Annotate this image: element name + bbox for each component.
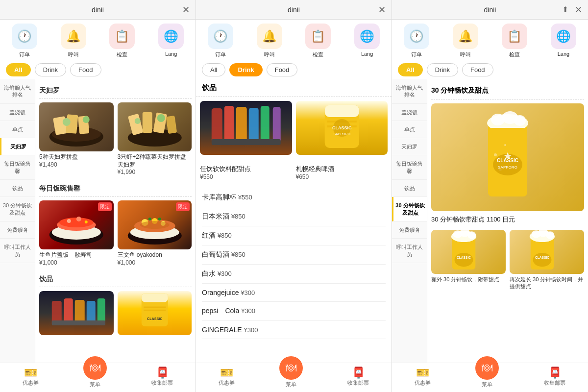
nav-bell-1[interactable]: 🔔 呼叫 (61, 24, 86, 58)
sidebar-item-daily-1[interactable]: 每日饭碗售馨 (0, 155, 35, 180)
svg-text:SAPPORO: SAPPORO (498, 165, 517, 170)
food-item-oyakodon-1[interactable]: 限定 三文鱼 oyakodon ¥1,000 (118, 200, 192, 266)
sidebar-item-staff-3[interactable]: 呼叫工作人员 (392, 239, 427, 263)
lang-icon-3: 🌐 (551, 24, 576, 49)
promo-sub-item-1[interactable]: CLASSIC 额外 30 分钟畅饮，附带甜点 (431, 230, 506, 290)
drink-list-oj-2[interactable]: Orangejuice ¥300 (202, 284, 386, 302)
bottom-menu-2[interactable]: 🍽 菜单 (279, 366, 303, 388)
filter-drink-2[interactable]: Drink (229, 63, 262, 76)
sidebar-3: 海鲜腕人气排名 盖浇饭 单点 天妇罗 每日饭碗售馨 饮品 30 分钟畅饮及甜点 … (392, 79, 427, 363)
bottom-menu-3[interactable]: 🍽 菜单 (475, 366, 499, 388)
coupon-icon-1: 🎫 (24, 368, 37, 378)
drink-list-redwine-2[interactable]: 红酒 ¥850 (202, 226, 386, 245)
drink-img-1 (39, 291, 114, 335)
filter-food-3[interactable]: Food (462, 63, 493, 76)
filter-all-3[interactable]: All (398, 63, 423, 76)
bottom-stamp-2[interactable]: 📮 收集邮票 (347, 368, 369, 387)
filter-all-1[interactable]: All (6, 63, 31, 76)
beer-preview-1[interactable]: CLASSIC (118, 291, 192, 335)
share-button-3[interactable]: ⬆ (562, 5, 568, 14)
drink-list-kakku-2[interactable]: 卡库高脚杯 ¥550 (202, 188, 386, 207)
sidebar-item-seafood-1[interactable]: 海鲜腕人气排名 (0, 79, 35, 104)
nav-lang-2[interactable]: 🌐 Lang (354, 24, 380, 58)
filter-food-1[interactable]: Food (70, 63, 101, 76)
check-icon-2: 📋 (305, 24, 331, 49)
bottom-coupon-1[interactable]: 🎫 优惠券 (23, 368, 39, 387)
drink-price-beer-2: ¥650 (296, 173, 388, 180)
close-button-3[interactable]: ✕ (575, 5, 582, 14)
bottom-stamp-3[interactable]: 📮 收集邮票 (544, 368, 565, 387)
sidebar-item-drinks-3[interactable]: 饮品 (392, 180, 427, 197)
nav-bell-3[interactable]: 🔔 呼叫 (453, 24, 478, 58)
drink-img-mixed-2[interactable] (200, 101, 292, 155)
food-item-tempura-1[interactable]: 5种天妇罗拼盘 ¥1,490 (39, 102, 114, 175)
sidebar-item-daily-3[interactable]: 每日饭碗售馨 (392, 155, 427, 180)
sidebar-item-single-1[interactable]: 单点 (0, 121, 35, 138)
drink-captions-2: 任饮软饮料配甜点 ¥550 札幌经典啤酒 ¥650 (196, 165, 392, 184)
food-price-tempura-2: ¥1,990 (118, 169, 192, 175)
promo-sub-img-2: CLASSIC (510, 230, 584, 274)
filter-drink-1[interactable]: Drink (35, 63, 66, 76)
svg-rect-41 (212, 108, 222, 143)
sidebar-item-tempura-1[interactable]: 天妇罗 (0, 138, 35, 155)
sidebar-item-drinks-1[interactable]: 饮品 (0, 180, 35, 197)
nav-check-1[interactable]: 📋 检查 (109, 24, 135, 58)
svg-point-19 (76, 217, 81, 221)
nav-order-3[interactable]: 🕐 订单 (404, 24, 429, 58)
sidebar-item-staff-1[interactable]: 呼叫工作人员 (0, 239, 35, 263)
promo-big-img-3[interactable]: CLASSIC SAPPORO (431, 103, 584, 211)
sidebar-item-30min-3[interactable]: 30 分钟畅饮及甜点 (392, 197, 427, 221)
nav-order-2[interactable]: 🕐 订单 (208, 24, 233, 58)
filter-all-2[interactable]: All (202, 63, 225, 76)
drink-list-whitewine-2[interactable]: 白葡萄酒 ¥850 (202, 245, 386, 265)
filter-drink-3[interactable]: Drink (427, 63, 458, 76)
drink-list-ginger-2[interactable]: GINGERALE ¥300 (202, 321, 386, 339)
svg-point-12 (134, 118, 140, 124)
sidebar-item-tempura-3[interactable]: 天妇罗 (392, 138, 427, 155)
sidebar-item-free-3[interactable]: 免费服务 (392, 221, 427, 239)
sidebar-item-single-3[interactable]: 单点 (392, 121, 427, 138)
beer-img-1: CLASSIC (118, 291, 192, 335)
svg-rect-49 (324, 105, 359, 117)
bottom-stamp-1[interactable]: 📮 收集邮票 (151, 368, 173, 387)
bottom-coupon-2[interactable]: 🎫 优惠券 (219, 368, 235, 387)
app-title-3: dinii (484, 6, 496, 14)
drink-list-sake-2[interactable]: 日本米酒 ¥850 (202, 207, 386, 226)
close-button-2[interactable]: ✕ (378, 5, 386, 14)
sidebar-item-seafood-3[interactable]: 海鲜腕人气排名 (392, 79, 427, 104)
promo-sub-item-2[interactable]: CLASSIC 再次延长 30 分钟畅饮时间，并提供甜点 (510, 230, 584, 290)
nav-order-1[interactable]: 🕐 订单 (12, 24, 37, 58)
bottom-nav-2: 🎫 优惠券 🍽 菜单 📮 收集邮票 (196, 363, 392, 392)
bottom-coupon-3[interactable]: 🎫 优惠券 (415, 368, 431, 387)
food-item-tempura-2[interactable]: 3只虾+2种蔬菜天妇罗拼盘天妇罗 ¥1,990 (118, 102, 192, 175)
check-icon-1: 📋 (109, 24, 135, 49)
nav-lang-1[interactable]: 🌐 Lang (158, 24, 184, 58)
sidebar-item-rice-1[interactable]: 盖浇饭 (0, 104, 35, 121)
close-button-1[interactable]: ✕ (182, 5, 190, 14)
check-icon-3: 📋 (502, 24, 527, 49)
svg-point-61 (494, 153, 497, 156)
icon-nav-1: 🕐 订单 🔔 呼叫 📋 检查 🌐 Lang (0, 20, 196, 60)
drink-list-pepsi-2[interactable]: pepsi Cola ¥300 (202, 302, 386, 321)
svg-point-18 (67, 219, 71, 223)
svg-text:CLASSIC: CLASSIC (332, 125, 351, 130)
filter-food-2[interactable]: Food (267, 63, 298, 76)
coupon-icon-2: 🎫 (220, 368, 233, 378)
sidebar-item-rice-3[interactable]: 盖浇饭 (392, 104, 427, 121)
nav-bell-2[interactable]: 🔔 呼叫 (257, 24, 282, 58)
sidebar-item-free-1[interactable]: 免费服务 (0, 221, 35, 239)
svg-rect-45 (261, 106, 270, 143)
bottom-menu-1[interactable]: 🍽 菜单 (83, 366, 107, 388)
drink-img-beer-2[interactable]: CLASSIC SAPPORO (296, 101, 388, 155)
coupon-label-3: 优惠券 (415, 379, 431, 387)
drink-preview-1[interactable] (39, 291, 114, 335)
app-title-1: dinii (92, 6, 104, 14)
nav-lang-3[interactable]: 🌐 Lang (551, 24, 576, 58)
title-bar-2: dinii ✕ (196, 0, 392, 20)
nav-check-2[interactable]: 📋 检查 (305, 24, 331, 58)
svg-point-80 (546, 231, 554, 239)
nav-check-3[interactable]: 📋 检查 (502, 24, 527, 58)
food-item-salmon-1[interactable]: 限定 生鱼片盖饭 散寿司 ¥1,000 (39, 200, 114, 266)
drink-list-water-2[interactable]: 白水 ¥300 (202, 265, 386, 284)
sidebar-item-30min-1[interactable]: 30 分钟畅饮及甜点 (0, 197, 35, 221)
